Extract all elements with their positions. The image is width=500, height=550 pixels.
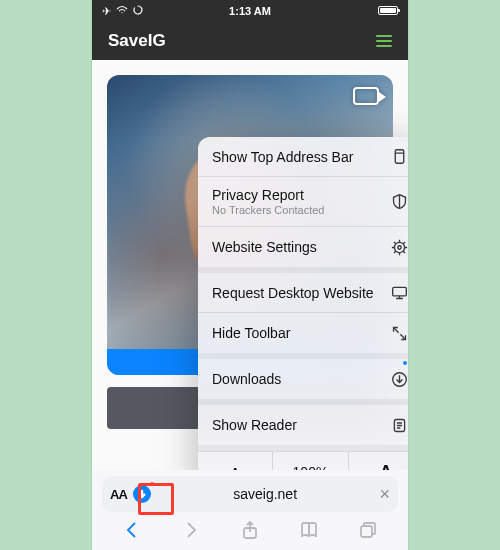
status-time: 1:13 AM [92,5,408,17]
menu-label: Privacy Report [212,187,389,203]
menu-label: Downloads [212,371,389,387]
svg-line-10 [393,251,395,253]
url-bar[interactable]: AA saveig.net × [102,476,398,512]
site-logo: SaveIG [108,31,166,51]
battery-icon [378,6,398,15]
desktop-icon [389,284,408,301]
video-camera-icon[interactable] [353,87,379,105]
menu-show-top-address-bar[interactable]: Show Top Address Bar [198,137,408,177]
expand-arrows-icon [389,325,408,342]
menu-label: Request Desktop Website [212,285,389,301]
menu-downloads[interactable]: Downloads [198,359,408,399]
menu-request-desktop[interactable]: Request Desktop Website [198,273,408,313]
svg-line-8 [393,241,395,243]
back-button[interactable] [122,520,142,544]
share-button[interactable] [240,520,260,544]
clear-url-button[interactable]: × [379,484,390,505]
hamburger-menu-icon[interactable] [376,35,392,47]
forward-button[interactable] [181,520,201,544]
svg-rect-21 [361,526,372,537]
aa-popover-menu: Show Top Address Bar Privacy Report No T… [198,137,408,491]
bookmarks-button[interactable] [299,520,319,544]
menu-label: Show Reader [212,417,389,433]
status-bar: ✈ 1:13 AM [92,0,408,22]
menu-sublabel: No Trackers Contacted [212,204,389,216]
reader-icon [389,417,408,434]
svg-rect-0 [395,150,404,164]
tabs-button[interactable] [358,520,378,544]
menu-label: Show Top Address Bar [212,149,389,165]
svg-point-2 [394,242,404,252]
menu-hide-toolbar[interactable]: Hide Toolbar [198,313,408,353]
notification-badge [403,361,407,365]
download-indicator[interactable] [133,485,151,503]
shield-icon [389,193,408,210]
menu-privacy-report[interactable]: Privacy Report No Trackers Contacted [198,177,408,227]
download-arrow-icon [133,485,151,503]
browser-toolbar [102,516,398,548]
svg-point-3 [397,245,400,248]
site-header: SaveIG [92,22,408,60]
gear-icon [389,239,408,256]
aa-toggle[interactable]: AA [110,487,127,502]
url-domain: saveig.net [157,486,374,502]
menu-label: Hide Toolbar [212,325,389,341]
svg-line-11 [403,241,405,243]
phone-frame: ✈ 1:13 AM SaveIG Show Top Addres [92,0,408,550]
menu-label: Website Settings [212,239,389,255]
address-bar-top-icon [389,148,408,165]
menu-website-settings[interactable]: Website Settings [198,227,408,267]
menu-show-reader[interactable]: Show Reader [198,405,408,445]
browser-bottom-bar: AA saveig.net × [92,470,408,550]
svg-rect-12 [392,287,406,296]
svg-line-9 [403,251,405,253]
download-circle-icon [389,371,408,388]
